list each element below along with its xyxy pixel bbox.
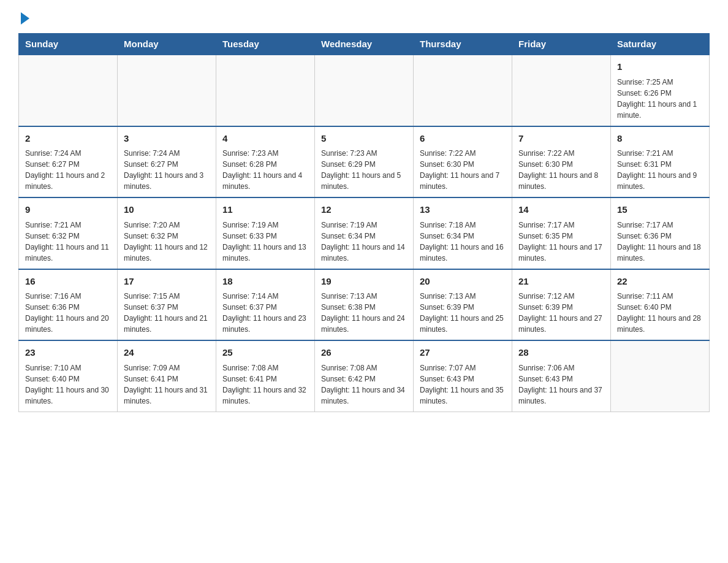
page-header	[18, 12, 710, 21]
day-info: Sunrise: 7:12 AM Sunset: 6:39 PM Dayligh…	[518, 291, 604, 335]
day-number: 25	[222, 346, 308, 360]
calendar-cell: 4Sunrise: 7:23 AM Sunset: 6:28 PM Daylig…	[216, 126, 315, 198]
day-info: Sunrise: 7:08 AM Sunset: 6:42 PM Dayligh…	[321, 362, 407, 407]
calendar-cell	[611, 340, 710, 412]
calendar-cell	[118, 55, 216, 126]
day-number: 5	[321, 132, 407, 146]
calendar-cell	[216, 55, 315, 126]
day-info: Sunrise: 7:24 AM Sunset: 6:27 PM Dayligh…	[25, 148, 111, 192]
day-info: Sunrise: 7:15 AM Sunset: 6:37 PM Dayligh…	[124, 291, 210, 335]
weekday-header-wednesday: Wednesday	[315, 34, 414, 55]
calendar-cell	[512, 55, 611, 126]
day-number: 9	[25, 203, 111, 217]
day-number: 23	[25, 346, 111, 360]
calendar-cell: 23Sunrise: 7:10 AM Sunset: 6:40 PM Dayli…	[19, 340, 118, 412]
day-info: Sunrise: 7:21 AM Sunset: 6:31 PM Dayligh…	[617, 148, 703, 192]
day-number: 7	[518, 132, 604, 146]
day-info: Sunrise: 7:17 AM Sunset: 6:35 PM Dayligh…	[518, 220, 604, 264]
day-info: Sunrise: 7:06 AM Sunset: 6:43 PM Dayligh…	[518, 362, 604, 407]
calendar-cell: 25Sunrise: 7:08 AM Sunset: 6:41 PM Dayli…	[216, 340, 315, 412]
calendar-cell: 27Sunrise: 7:07 AM Sunset: 6:43 PM Dayli…	[414, 340, 512, 412]
day-number: 18	[222, 275, 308, 289]
day-number: 21	[518, 275, 604, 289]
calendar-cell: 18Sunrise: 7:14 AM Sunset: 6:37 PM Dayli…	[216, 269, 315, 341]
calendar-cell: 1Sunrise: 7:25 AM Sunset: 6:26 PM Daylig…	[611, 55, 710, 126]
calendar-cell	[315, 55, 414, 126]
day-info: Sunrise: 7:10 AM Sunset: 6:40 PM Dayligh…	[25, 362, 111, 407]
day-info: Sunrise: 7:17 AM Sunset: 6:36 PM Dayligh…	[617, 220, 703, 264]
calendar-cell: 12Sunrise: 7:19 AM Sunset: 6:34 PM Dayli…	[315, 197, 414, 269]
logo	[18, 12, 29, 21]
logo-arrow-icon	[21, 12, 29, 25]
calendar-cell: 19Sunrise: 7:13 AM Sunset: 6:38 PM Dayli…	[315, 269, 414, 341]
calendar-cell: 16Sunrise: 7:16 AM Sunset: 6:36 PM Dayli…	[19, 269, 118, 341]
day-info: Sunrise: 7:23 AM Sunset: 6:29 PM Dayligh…	[321, 148, 407, 192]
day-number: 8	[617, 132, 703, 146]
day-info: Sunrise: 7:08 AM Sunset: 6:41 PM Dayligh…	[222, 362, 308, 407]
day-info: Sunrise: 7:21 AM Sunset: 6:32 PM Dayligh…	[25, 220, 111, 264]
day-number: 15	[617, 203, 703, 217]
day-info: Sunrise: 7:13 AM Sunset: 6:39 PM Dayligh…	[420, 291, 506, 335]
weekday-header-row: SundayMondayTuesdayWednesdayThursdayFrid…	[19, 34, 710, 55]
day-info: Sunrise: 7:19 AM Sunset: 6:34 PM Dayligh…	[321, 220, 407, 264]
day-info: Sunrise: 7:19 AM Sunset: 6:33 PM Dayligh…	[222, 220, 308, 264]
day-number: 3	[124, 132, 210, 146]
calendar-cell: 11Sunrise: 7:19 AM Sunset: 6:33 PM Dayli…	[216, 197, 315, 269]
day-number: 20	[420, 275, 506, 289]
day-number: 1	[617, 60, 703, 74]
weekday-header-monday: Monday	[118, 34, 216, 55]
calendar-cell: 28Sunrise: 7:06 AM Sunset: 6:43 PM Dayli…	[512, 340, 611, 412]
day-number: 11	[222, 203, 308, 217]
day-info: Sunrise: 7:14 AM Sunset: 6:37 PM Dayligh…	[222, 291, 308, 335]
week-row-5: 23Sunrise: 7:10 AM Sunset: 6:40 PM Dayli…	[19, 340, 710, 412]
weekday-header-saturday: Saturday	[611, 34, 710, 55]
calendar-cell: 15Sunrise: 7:17 AM Sunset: 6:36 PM Dayli…	[611, 197, 710, 269]
day-number: 4	[222, 132, 308, 146]
day-info: Sunrise: 7:09 AM Sunset: 6:41 PM Dayligh…	[124, 362, 210, 407]
calendar-cell: 26Sunrise: 7:08 AM Sunset: 6:42 PM Dayli…	[315, 340, 414, 412]
day-number: 28	[518, 346, 604, 360]
day-number: 10	[124, 203, 210, 217]
day-number: 27	[420, 346, 506, 360]
day-number: 16	[25, 275, 111, 289]
day-info: Sunrise: 7:22 AM Sunset: 6:30 PM Dayligh…	[518, 148, 604, 192]
day-number: 19	[321, 275, 407, 289]
weekday-header-thursday: Thursday	[414, 34, 512, 55]
calendar-cell: 8Sunrise: 7:21 AM Sunset: 6:31 PM Daylig…	[611, 126, 710, 198]
calendar-cell: 9Sunrise: 7:21 AM Sunset: 6:32 PM Daylig…	[19, 197, 118, 269]
week-row-2: 2Sunrise: 7:24 AM Sunset: 6:27 PM Daylig…	[19, 126, 710, 198]
day-number: 26	[321, 346, 407, 360]
calendar-cell: 6Sunrise: 7:22 AM Sunset: 6:30 PM Daylig…	[414, 126, 512, 198]
calendar-cell: 3Sunrise: 7:24 AM Sunset: 6:27 PM Daylig…	[118, 126, 216, 198]
calendar-cell: 22Sunrise: 7:11 AM Sunset: 6:40 PM Dayli…	[611, 269, 710, 341]
calendar-cell: 20Sunrise: 7:13 AM Sunset: 6:39 PM Dayli…	[414, 269, 512, 341]
day-info: Sunrise: 7:25 AM Sunset: 6:26 PM Dayligh…	[617, 77, 703, 121]
calendar-cell: 13Sunrise: 7:18 AM Sunset: 6:34 PM Dayli…	[414, 197, 512, 269]
week-row-4: 16Sunrise: 7:16 AM Sunset: 6:36 PM Dayli…	[19, 269, 710, 341]
weekday-header-friday: Friday	[512, 34, 611, 55]
week-row-1: 1Sunrise: 7:25 AM Sunset: 6:26 PM Daylig…	[19, 55, 710, 126]
calendar-table: SundayMondayTuesdayWednesdayThursdayFrid…	[18, 33, 710, 412]
weekday-header-tuesday: Tuesday	[216, 34, 315, 55]
calendar-cell	[19, 55, 118, 126]
calendar-cell: 17Sunrise: 7:15 AM Sunset: 6:37 PM Dayli…	[118, 269, 216, 341]
day-number: 22	[617, 275, 703, 289]
day-number: 17	[124, 275, 210, 289]
calendar-cell: 2Sunrise: 7:24 AM Sunset: 6:27 PM Daylig…	[19, 126, 118, 198]
day-number: 2	[25, 132, 111, 146]
day-info: Sunrise: 7:20 AM Sunset: 6:32 PM Dayligh…	[124, 220, 210, 264]
calendar-cell: 7Sunrise: 7:22 AM Sunset: 6:30 PM Daylig…	[512, 126, 611, 198]
calendar-cell: 5Sunrise: 7:23 AM Sunset: 6:29 PM Daylig…	[315, 126, 414, 198]
day-info: Sunrise: 7:24 AM Sunset: 6:27 PM Dayligh…	[124, 148, 210, 192]
day-number: 14	[518, 203, 604, 217]
calendar-cell	[414, 55, 512, 126]
calendar-cell: 24Sunrise: 7:09 AM Sunset: 6:41 PM Dayli…	[118, 340, 216, 412]
day-info: Sunrise: 7:07 AM Sunset: 6:43 PM Dayligh…	[420, 362, 506, 407]
weekday-header-sunday: Sunday	[19, 34, 118, 55]
day-info: Sunrise: 7:13 AM Sunset: 6:38 PM Dayligh…	[321, 291, 407, 335]
week-row-3: 9Sunrise: 7:21 AM Sunset: 6:32 PM Daylig…	[19, 197, 710, 269]
day-number: 6	[420, 132, 506, 146]
calendar-cell: 21Sunrise: 7:12 AM Sunset: 6:39 PM Dayli…	[512, 269, 611, 341]
day-number: 24	[124, 346, 210, 360]
day-info: Sunrise: 7:16 AM Sunset: 6:36 PM Dayligh…	[25, 291, 111, 335]
